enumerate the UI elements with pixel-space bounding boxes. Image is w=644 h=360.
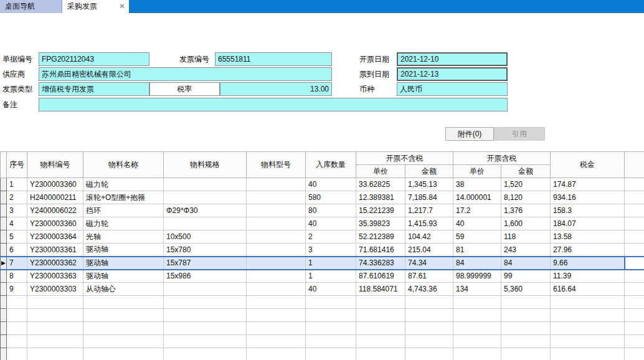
- cell-model[interactable]: [247, 191, 306, 204]
- reference-button[interactable]: 引用: [494, 127, 545, 141]
- cell-excl-amount[interactable]: 7,185.84: [405, 191, 453, 204]
- row-selector[interactable]: [1, 191, 7, 204]
- invoice-no-field[interactable]: 65551811: [215, 52, 332, 66]
- cell-spec[interactable]: 15x986: [164, 270, 247, 283]
- cell-empty[interactable]: [27, 322, 83, 335]
- cell-excl-price[interactable]: 12.389381: [356, 191, 405, 204]
- tax-rate-field[interactable]: 13.00: [220, 82, 332, 96]
- cell-excl-amount[interactable]: 1,415.93: [405, 217, 453, 230]
- cell-empty[interactable]: [625, 335, 644, 348]
- cell-empty[interactable]: [7, 309, 27, 322]
- cell-empty[interactable]: [27, 309, 83, 322]
- cell-name[interactable]: 驱动轴: [83, 257, 164, 270]
- cell-empty[interactable]: [453, 348, 501, 360]
- cell-tax[interactable]: 616.64: [551, 283, 625, 296]
- cell-code[interactable]: Y2300003364: [27, 230, 83, 244]
- cell-qty[interactable]: 3: [306, 244, 356, 257]
- cell-empty[interactable]: [247, 348, 306, 360]
- cell-empty[interactable]: [405, 309, 453, 322]
- cell-tax[interactable]: 158.3: [551, 204, 625, 217]
- cell-empty[interactable]: [551, 296, 625, 309]
- cell-model[interactable]: [247, 178, 306, 191]
- cell-empty[interactable]: [83, 335, 164, 348]
- cell-incl-price[interactable]: 40: [453, 217, 501, 230]
- cell-empty[interactable]: [356, 348, 405, 360]
- cell-empty[interactable]: [247, 335, 306, 348]
- cell-seq[interactable]: 5: [7, 230, 27, 244]
- cell-empty[interactable]: [306, 335, 356, 348]
- cell-incl-amount[interactable]: 5,360: [501, 283, 551, 296]
- cell-excl-price[interactable]: 35.39823: [356, 217, 405, 230]
- cell-empty[interactable]: [306, 309, 356, 322]
- cell-empty[interactable]: [7, 296, 27, 309]
- cell-empty[interactable]: [247, 309, 306, 322]
- cell-model[interactable]: [247, 257, 306, 270]
- cell-empty[interactable]: [356, 296, 405, 309]
- cell-empty[interactable]: [7, 335, 27, 348]
- cell-empty[interactable]: [356, 335, 405, 348]
- cell-empty[interactable]: [83, 296, 164, 309]
- cell-code[interactable]: Y2400006022: [27, 204, 83, 217]
- invoice-date-field[interactable]: 2021-12-10: [397, 52, 508, 66]
- cell-spec[interactable]: Φ29*Φ30: [164, 204, 247, 217]
- cell-qty[interactable]: 40: [306, 217, 356, 230]
- cell-empty[interactable]: [551, 348, 625, 360]
- cell-empty[interactable]: [27, 296, 83, 309]
- cell-incl-price[interactable]: 38: [453, 178, 501, 191]
- cell-model[interactable]: [247, 283, 306, 296]
- cell-seq[interactable]: 3: [7, 204, 27, 217]
- cell-code[interactable]: Y2300003361: [27, 244, 83, 257]
- cell-model[interactable]: [247, 244, 306, 257]
- tab-purchase-invoice[interactable]: 采购发票 ✕: [63, 0, 129, 13]
- cell-extra[interactable]: [625, 244, 644, 257]
- cell-seq[interactable]: 4: [7, 217, 27, 230]
- cell-extra[interactable]: [625, 178, 644, 191]
- cell-qty[interactable]: 580: [306, 191, 356, 204]
- tab-desktop-nav[interactable]: 桌面导航: [0, 0, 62, 13]
- cell-tax[interactable]: 9.66: [551, 257, 625, 270]
- cell-extra[interactable]: [625, 270, 644, 283]
- cell-spec[interactable]: 15x787: [164, 257, 247, 270]
- cell-empty[interactable]: [501, 335, 551, 348]
- cell-incl-amount[interactable]: 1,600: [501, 217, 551, 230]
- cell-incl-amount[interactable]: 84: [501, 257, 551, 270]
- close-icon[interactable]: ✕: [119, 0, 125, 13]
- row-selector[interactable]: [1, 296, 7, 309]
- cell-empty[interactable]: [551, 309, 625, 322]
- cell-empty[interactable]: [356, 322, 405, 335]
- cell-empty[interactable]: [501, 348, 551, 360]
- cell-incl-amount[interactable]: 118: [501, 230, 551, 244]
- cell-name[interactable]: 驱动轴: [83, 244, 164, 257]
- cell-empty[interactable]: [405, 348, 453, 360]
- cell-model[interactable]: [247, 270, 306, 283]
- cell-extra[interactable]: [625, 204, 644, 217]
- cell-empty[interactable]: [164, 296, 247, 309]
- row-selector[interactable]: [1, 204, 7, 217]
- cell-seq[interactable]: 7: [7, 257, 27, 270]
- cell-code[interactable]: Y2300003363: [27, 270, 83, 283]
- cell-model[interactable]: [247, 204, 306, 217]
- row-selector[interactable]: [1, 217, 7, 230]
- cell-empty[interactable]: [453, 309, 501, 322]
- cell-empty[interactable]: [453, 335, 501, 348]
- remark-field[interactable]: [39, 98, 508, 111]
- row-selector[interactable]: [1, 244, 7, 257]
- cell-empty[interactable]: [405, 335, 453, 348]
- cell-empty[interactable]: [551, 335, 625, 348]
- cell-name[interactable]: 挡环: [83, 204, 164, 217]
- cell-empty[interactable]: [27, 335, 83, 348]
- row-selector[interactable]: [1, 178, 7, 191]
- cell-seq[interactable]: 8: [7, 270, 27, 283]
- attachment-button[interactable]: 附件(0): [445, 127, 494, 141]
- cell-excl-amount[interactable]: 87.61: [405, 270, 453, 283]
- cell-tax[interactable]: 11.39: [551, 270, 625, 283]
- cell-seq[interactable]: 2: [7, 191, 27, 204]
- cell-excl-amount[interactable]: 215.04: [405, 244, 453, 257]
- cell-excl-price[interactable]: 71.681416: [356, 244, 405, 257]
- cell-incl-price[interactable]: 134: [453, 283, 501, 296]
- cell-excl-amount[interactable]: 4,743.36: [405, 283, 453, 296]
- cell-tax[interactable]: 27.96: [551, 244, 625, 257]
- cell-code[interactable]: Y2300003362: [27, 257, 83, 270]
- cell-qty[interactable]: 2: [306, 230, 356, 244]
- cell-empty[interactable]: [164, 335, 247, 348]
